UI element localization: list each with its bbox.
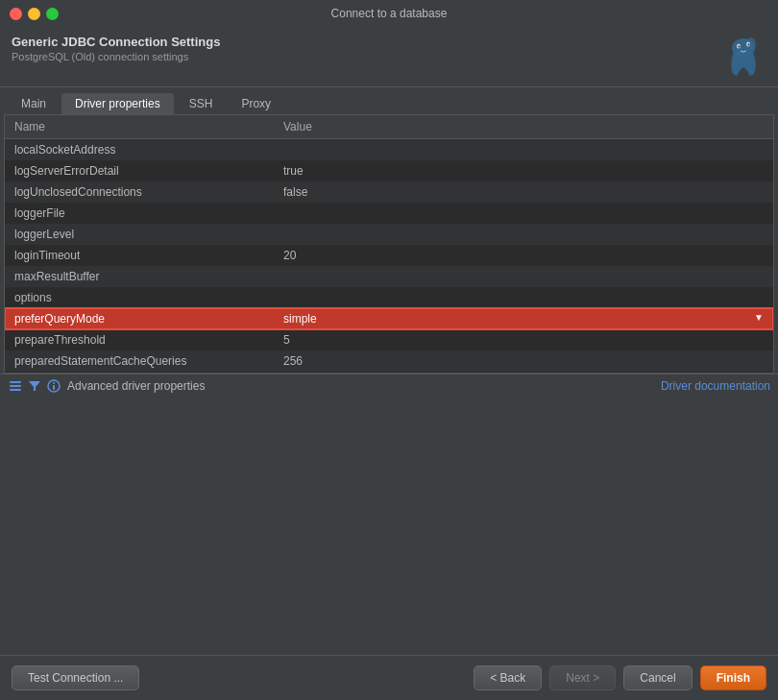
- tab-ssh[interactable]: SSH: [176, 93, 227, 114]
- svg-rect-8: [10, 389, 21, 391]
- table-header-row: Name Value: [5, 115, 773, 139]
- title-bar: Connect to a database: [0, 0, 778, 27]
- table-row[interactable]: prepareThreshold5: [5, 329, 773, 350]
- bottom-buttons-bar: Test Connection ... < Back Next > Cancel…: [0, 655, 778, 700]
- svg-point-12: [53, 382, 55, 384]
- properties-table: Name Value localSocketAddresslogServerEr…: [5, 115, 773, 374]
- info-icon[interactable]: [46, 378, 61, 394]
- property-name: localSocketAddress: [5, 139, 274, 160]
- property-value[interactable]: 256: [274, 350, 773, 372]
- header-title: Generic JDBC Connection Settings: [12, 35, 220, 49]
- svg-rect-7: [10, 385, 21, 387]
- header-subtitle: PostgreSQL (Old) connection settings: [12, 51, 220, 62]
- property-value[interactable]: true: [274, 160, 773, 181]
- header: Generic JDBC Connection Settings Postgre…: [0, 27, 778, 87]
- filter-icon[interactable]: [27, 378, 42, 394]
- next-button[interactable]: Next >: [549, 665, 616, 690]
- back-button[interactable]: < Back: [474, 665, 542, 690]
- postgres-logo: [720, 35, 766, 81]
- property-value[interactable]: 5: [274, 329, 773, 350]
- property-name: preferQueryMode: [5, 308, 274, 329]
- col-value-header: Value: [274, 115, 773, 139]
- property-name: logUnclosedConnections: [5, 181, 274, 203]
- advanced-properties-label: Advanced driver properties: [67, 379, 205, 393]
- property-value[interactable]: [274, 287, 773, 308]
- main-window: Generic JDBC Connection Settings Postgre…: [0, 27, 778, 700]
- driver-doc-link[interactable]: Driver documentation: [661, 379, 770, 393]
- svg-point-4: [739, 46, 741, 48]
- property-value[interactable]: [274, 203, 773, 224]
- tab-proxy[interactable]: Proxy: [228, 93, 284, 114]
- property-name: maxResultBuffer: [5, 266, 274, 287]
- table-row[interactable]: loggerFile: [5, 203, 773, 224]
- property-value[interactable]: false: [274, 181, 773, 203]
- property-value[interactable]: [274, 266, 773, 287]
- bottom-spacer: [0, 398, 778, 655]
- tabs-bar: Main Driver properties SSH Proxy: [0, 87, 778, 114]
- properties-table-container: Name Value localSocketAddresslogServerEr…: [4, 114, 774, 374]
- property-name: loginTimeout: [5, 245, 274, 266]
- property-value[interactable]: simple▼: [274, 308, 773, 329]
- minimize-button[interactable]: [28, 8, 40, 20]
- finish-button[interactable]: Finish: [700, 665, 766, 690]
- svg-rect-6: [10, 381, 21, 383]
- traffic-lights: [10, 8, 59, 20]
- col-name-header: Name: [5, 115, 274, 139]
- header-left: Generic JDBC Connection Settings Postgre…: [12, 35, 220, 62]
- property-name: loggerLevel: [5, 224, 274, 245]
- table-row[interactable]: maxResultBuffer: [5, 266, 773, 287]
- list-icon[interactable]: [8, 378, 23, 394]
- footer-toolbar: Advanced driver properties Driver docume…: [0, 374, 778, 398]
- svg-point-5: [748, 44, 750, 46]
- property-name: preparedStatementCacheQueries: [5, 350, 274, 372]
- table-row[interactable]: logServerErrorDetailtrue: [5, 160, 773, 181]
- window-title: Connect to a database: [331, 7, 448, 20]
- property-name: loggerFile: [5, 203, 274, 224]
- property-name: prepareThreshold: [5, 329, 274, 350]
- dropdown-indicator-icon[interactable]: ▼: [754, 312, 764, 323]
- tab-main[interactable]: Main: [8, 93, 60, 114]
- test-connection-button[interactable]: Test Connection ...: [12, 665, 139, 690]
- property-value[interactable]: [274, 139, 773, 160]
- table-row[interactable]: options: [5, 287, 773, 308]
- property-value[interactable]: 20: [274, 245, 773, 266]
- cancel-button[interactable]: Cancel: [623, 665, 692, 690]
- table-row[interactable]: localSocketAddress: [5, 139, 773, 160]
- table-row[interactable]: preferQueryModesimple▼: [5, 308, 773, 329]
- footer-icons: [8, 378, 61, 394]
- table-row[interactable]: preparedStatementCacheQueries256: [5, 350, 773, 372]
- svg-marker-9: [29, 381, 40, 391]
- maximize-button[interactable]: [46, 8, 59, 20]
- property-value[interactable]: [274, 224, 773, 245]
- property-name: options: [5, 287, 274, 308]
- tab-driver-properties[interactable]: Driver properties: [61, 93, 174, 114]
- table-row[interactable]: loginTimeout20: [5, 245, 773, 266]
- table-row[interactable]: loggerLevel: [5, 224, 773, 245]
- table-row[interactable]: logUnclosedConnectionsfalse: [5, 181, 773, 203]
- close-button[interactable]: [10, 8, 22, 20]
- svg-rect-11: [53, 385, 55, 390]
- property-name: logServerErrorDetail: [5, 160, 274, 181]
